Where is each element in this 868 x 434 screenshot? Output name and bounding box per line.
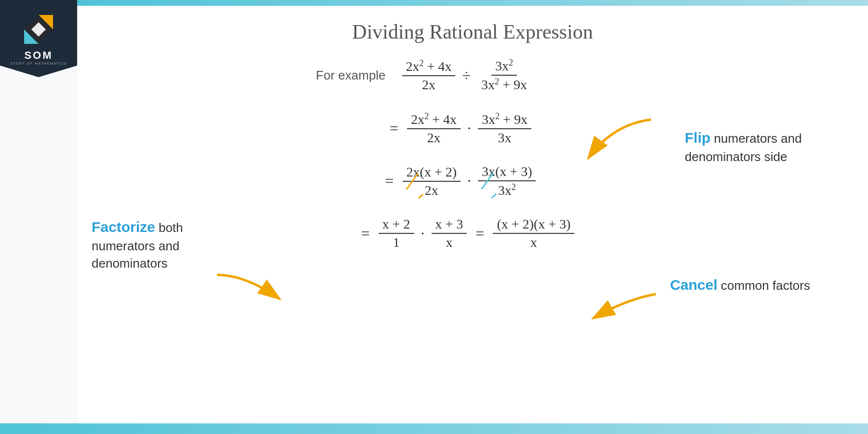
multiply-op-2: · [467, 120, 471, 137]
fraction-4a: x + 2 1 [379, 217, 414, 250]
fraction-3b-denominator: 3x2 [494, 181, 520, 198]
fraction-1b-numerator: 3x2 [491, 58, 517, 76]
fraction-1a-denominator: 2x [418, 76, 439, 93]
math-row-1: For example 2x2 + 4x 2x ÷ 3x2 3x2 + 9x [316, 58, 533, 93]
fraction-4b-numerator: x + 3 [432, 217, 467, 234]
for-example-label: For example [316, 68, 386, 83]
arrow-cancel [588, 289, 665, 330]
bottom-accent-bar [0, 423, 868, 434]
annotation-cancel: Cancel common factors [670, 275, 810, 295]
fraction-4a-denominator: 1 [389, 234, 404, 250]
fraction-3a-numerator: 2x(x + 2) [403, 164, 461, 182]
fraction-1b-denominator: 3x2 + 9x [477, 76, 531, 93]
multiply-op-3: · [467, 172, 471, 190]
annotation-flip: Flip numerators and denominators side [685, 128, 839, 165]
fraction-2b: 3x2 + 9x 3x [478, 111, 531, 146]
logo-subtext: STORY OF MATHEMATICS [10, 62, 67, 65]
fraction-4c-denominator: x [527, 234, 541, 250]
fraction-4c-numerator: (x + 2)(x + 3) [493, 217, 574, 234]
som-logo-icon [22, 13, 55, 46]
fraction-3b-numerator: 3x(x + 3) [478, 164, 536, 181]
fraction-4b: x + 3 x [432, 217, 467, 250]
math-row-3: = 2x(x + 2) 2x · 3x(x + 3) 3x2 [379, 164, 538, 198]
arrow-factorize [207, 270, 285, 311]
cancel-bold-label: Cancel [670, 277, 717, 293]
arrow-flip [574, 115, 661, 175]
fraction-1b: 3x2 3x2 + 9x [477, 58, 531, 93]
factorize-arrow-svg [207, 270, 285, 309]
annotation-factorize: Factorize both numerators and denominato… [92, 217, 236, 272]
fraction-1a-numerator: 2x2 + 4x [402, 58, 456, 76]
multiply-op-4: · [421, 225, 425, 243]
page-title: Dividing Rational Expression [352, 20, 593, 43]
fraction-3a-denominator: 2x [421, 182, 442, 198]
fraction-4b-denominator: x [442, 234, 456, 250]
cancel-arrow-svg [588, 289, 665, 328]
factorize-bold-label: Factorize [92, 219, 155, 235]
equals-3: = [385, 172, 394, 190]
logo-area: SOM STORY OF MATHEMATICS [0, 0, 77, 77]
math-row-4: = x + 2 1 · x + 3 x = (x + 2)(x + 3) x [354, 217, 577, 250]
fraction-2a-numerator: 2x2 + 4x [407, 111, 461, 129]
top-accent-bar [77, 0, 868, 6]
equals-4: = [361, 225, 370, 243]
fraction-1a: 2x2 + 4x 2x [402, 58, 456, 93]
fraction-2a-denominator: 2x [423, 129, 445, 146]
fraction-2b-denominator: 3x [494, 129, 515, 146]
flip-bold-label: Flip [685, 130, 710, 146]
logo-text: SOM [24, 49, 53, 62]
equals-2: = [390, 120, 398, 137]
main-content: Dividing Rational Expression For example… [77, 6, 868, 423]
equals-4b: = [475, 225, 484, 243]
flip-arrow-svg [574, 115, 661, 173]
math-area: For example 2x2 + 4x 2x ÷ 3x2 3x2 + 9x =… [77, 43, 868, 423]
fraction-2b-numerator: 3x2 + 9x [478, 111, 531, 129]
cancel-rest-label: common factors [721, 278, 810, 293]
fraction-2a: 2x2 + 4x 2x [407, 111, 461, 146]
fraction-3b: 3x(x + 3) 3x2 [478, 164, 536, 198]
fraction-4c: (x + 2)(x + 3) x [493, 217, 574, 250]
fraction-3a: 2x(x + 2) 2x [403, 164, 461, 198]
math-row-2: = 2x2 + 4x 2x · 3x2 + 9x 3x [383, 111, 533, 146]
divide-op: ÷ [462, 67, 471, 84]
fraction-4a-numerator: x + 2 [379, 217, 414, 234]
